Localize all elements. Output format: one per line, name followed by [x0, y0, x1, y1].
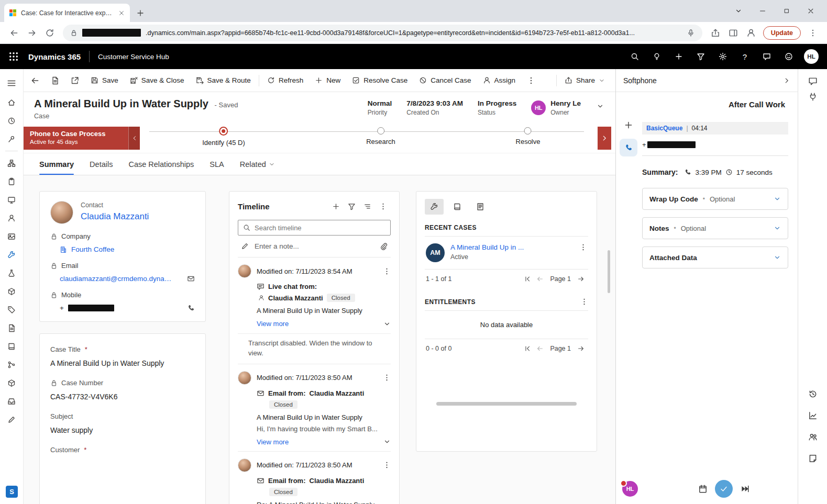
mic-icon[interactable]	[687, 29, 695, 37]
form-page-button[interactable]	[46, 71, 64, 90]
save-button[interactable]: Save	[85, 71, 124, 90]
timeline-search-box[interactable]	[238, 220, 391, 236]
bpf-stage-resolve[interactable]: Resolve	[516, 127, 541, 145]
contact-avatar[interactable]	[50, 201, 73, 224]
sidebar-item-recent[interactable]	[0, 111, 23, 130]
lightbulb-icon[interactable]	[646, 44, 668, 69]
tab-close-icon[interactable]	[118, 10, 125, 16]
timeline-search-input[interactable]	[255, 224, 385, 232]
email-link[interactable]: claudiamazzanti@crmdemo.dynamic...	[60, 275, 175, 283]
waffle-icon[interactable]	[8, 51, 19, 62]
entitlements-more-button[interactable]	[580, 298, 588, 306]
tab-list-chevron-icon[interactable]	[726, 0, 751, 22]
complete-acw-button[interactable]	[715, 480, 733, 498]
sidebar-item-queues[interactable]	[0, 392, 23, 410]
queue-name[interactable]: BasicQueue	[646, 125, 682, 132]
collapse-panel-chevron-icon[interactable]	[783, 77, 790, 84]
send-email-icon[interactable]	[187, 275, 195, 283]
settings-gear-icon[interactable]	[712, 44, 734, 69]
address-bar[interactable]: .dynamics.com/main.aspx?appid=6685b74b-f…	[63, 25, 702, 41]
browser-menu-icon[interactable]	[804, 24, 822, 42]
analytics-button[interactable]	[808, 411, 818, 420]
refresh-button[interactable]: Refresh	[262, 71, 308, 90]
recent-case-more-button[interactable]	[579, 243, 587, 251]
teams-chat-icon[interactable]	[756, 44, 778, 69]
entry-person[interactable]: Claudia Mazzanti	[268, 294, 323, 302]
bpf-stage-dot[interactable]	[524, 127, 532, 135]
call-phone-icon[interactable]	[187, 304, 195, 312]
tab-related[interactable]: Related	[240, 153, 275, 175]
recent-case-row[interactable]: AM A Mineral Build Up in ... Active	[425, 237, 588, 270]
browser-tab[interactable]: Case: Case for Interactive experie...	[4, 4, 130, 22]
notes-section[interactable]: Notes • Optional	[642, 217, 788, 239]
schedule-callback-button[interactable]	[698, 484, 708, 494]
bpf-stage-research[interactable]: Research	[366, 127, 395, 145]
entry-more-button[interactable]	[383, 374, 391, 382]
assign-button[interactable]: Assign	[478, 71, 521, 90]
active-call-session-button[interactable]	[620, 139, 637, 156]
chevron-down-icon[interactable]	[774, 254, 781, 261]
sidebar-item-home[interactable]	[0, 93, 23, 111]
browser-profile-icon[interactable]	[742, 24, 760, 42]
view-more-link[interactable]: View more	[257, 438, 289, 446]
user-avatar[interactable]: HL	[804, 49, 819, 64]
new-tab-icon[interactable]	[136, 9, 145, 17]
timeline-note-row[interactable]: Enter a note...	[238, 236, 391, 257]
share-button[interactable]: Share	[559, 71, 610, 90]
sidebar-item-services[interactable]	[0, 245, 23, 264]
hub-name[interactable]: Customer Service Hub	[98, 53, 169, 61]
filter-icon[interactable]	[690, 44, 712, 69]
new-button[interactable]: New	[310, 71, 346, 90]
chevron-down-icon[interactable]	[774, 195, 781, 203]
recent-case-link[interactable]: A Mineral Build Up in ...	[450, 243, 524, 251]
feedback-smiley-icon[interactable]	[778, 44, 800, 69]
tab-summary[interactable]: Summary	[39, 153, 74, 175]
share-page-icon[interactable]	[707, 24, 724, 42]
bpf-stage-identify[interactable]: Identify (45 D)	[202, 127, 245, 147]
tab-sla[interactable]: SLA	[209, 153, 224, 175]
wrap-up-code-section[interactable]: Wrap Up Code • Optional	[642, 188, 788, 210]
history-button[interactable]	[808, 389, 818, 399]
view-more-link[interactable]: View more	[257, 320, 289, 328]
note-placeholder[interactable]: Enter a note...	[255, 242, 374, 250]
vertical-scrollbar[interactable]	[608, 250, 610, 293]
connector-button[interactable]	[808, 92, 818, 102]
first-page-icon[interactable]	[521, 275, 534, 283]
sidebar-item-pinned[interactable]	[0, 130, 23, 148]
case-title-value[interactable]: A Mineral Build Up in Water Supply	[50, 359, 195, 367]
sitemap-toggle-icon[interactable]	[0, 73, 23, 93]
bpf-active-stage-dot[interactable]	[219, 127, 228, 136]
notes-button[interactable]	[808, 454, 818, 463]
sidebar-item-flows[interactable]	[0, 355, 23, 374]
related-tab-knowledge[interactable]	[448, 199, 467, 215]
browser-forward-icon[interactable]	[23, 24, 41, 42]
paperclip-icon[interactable]	[380, 242, 388, 250]
sidebar-item-tags[interactable]	[0, 300, 23, 319]
entry-subject[interactable]: A Mineral Build Up in Water Supply	[257, 307, 391, 315]
help-icon[interactable]: ?	[734, 44, 756, 69]
previous-page-icon[interactable]	[534, 345, 546, 352]
owner-link[interactable]: Henry Le	[550, 99, 581, 107]
entry-person[interactable]: Claudia Mazzanti	[310, 477, 365, 485]
sidebar-item-documents[interactable]	[0, 319, 23, 337]
more-commands-button[interactable]	[522, 71, 541, 90]
environment-badge[interactable]: S	[6, 486, 18, 498]
search-icon[interactable]	[624, 44, 646, 69]
tab-case-relationships[interactable]: Case Relationships	[128, 153, 194, 175]
horizontal-scrollbar[interactable]	[436, 402, 577, 406]
sidebar-item-dashboard[interactable]	[0, 191, 23, 209]
entry-person[interactable]: Claudia Mazzanti	[310, 389, 365, 397]
case-number-value[interactable]: CAS-47732-V4V6K6	[50, 393, 195, 401]
related-tab-tools[interactable]	[425, 199, 444, 215]
timeline-add-button[interactable]	[328, 199, 344, 214]
header-expand-chevron-icon[interactable]	[597, 103, 604, 110]
agent-avatar[interactable]: HL	[622, 481, 638, 497]
bpf-next-stage-button[interactable]	[598, 127, 611, 150]
timeline-sort-button[interactable]	[359, 199, 375, 214]
bpf-process-banner[interactable]: Phone to Case Process Active for 45 days	[24, 127, 140, 150]
maximize-icon[interactable]	[775, 0, 799, 22]
save-and-route-button[interactable]: Save & Route	[191, 71, 256, 90]
app-name[interactable]: Dynamics 365	[28, 52, 81, 61]
window-close-icon[interactable]	[799, 0, 823, 22]
resolve-case-button[interactable]: Resolve Case	[347, 71, 413, 90]
